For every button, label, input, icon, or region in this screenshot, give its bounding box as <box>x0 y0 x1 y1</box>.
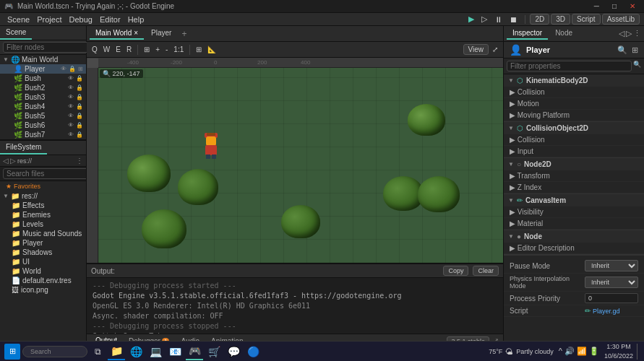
move-tool-btn[interactable]: W <box>101 45 112 54</box>
fs-item-icon[interactable]: 🖼 icon.png <box>0 285 86 295</box>
fs-item-levels[interactable]: 📁 Levels <box>0 219 86 229</box>
taskbar-app-discord[interactable]: 💬 <box>225 343 242 360</box>
taskbar-app-godot[interactable]: 🎮 <box>186 343 203 360</box>
lock-icon-bush6[interactable]: 🔒 <box>76 122 83 129</box>
section-header-canvas[interactable]: ▼ ✏ CanvasItem <box>504 194 644 206</box>
console-copy-btn[interactable]: Copy <box>443 266 468 276</box>
fs-back-btn[interactable]: ◁ <box>3 157 9 165</box>
process-priority-input[interactable] <box>585 293 638 303</box>
eye-icon-bush7[interactable]: 👁 <box>68 131 74 138</box>
mode-3d-btn[interactable]: 3D <box>551 14 570 25</box>
menu-help[interactable]: Help <box>125 14 147 25</box>
inspector-prev-btn[interactable]: ◁ <box>619 29 624 38</box>
eye-icon-bush2[interactable]: 👁 <box>68 84 74 91</box>
task-view-btn[interactable]: ⧉ <box>90 344 106 360</box>
taskbar-app-mail[interactable]: 📧 <box>166 343 184 360</box>
minimize-btn[interactable]: ─ <box>590 2 604 10</box>
eye-icon-bush3[interactable]: 👁 <box>68 94 74 100</box>
lock-icon-bush2[interactable]: 🔒 <box>76 84 83 91</box>
zoom-out-btn[interactable]: - <box>163 45 170 54</box>
lock-icon-bush[interactable]: 🔒 <box>76 75 83 82</box>
taskbar-clock[interactable]: 1:30 PM 10/6/2022 <box>604 342 633 360</box>
lock-icon-bush3[interactable]: 🔒 <box>76 94 83 100</box>
fs-item-default-env[interactable]: 📄 default.env.tres <box>0 276 86 285</box>
toolbar-play-scene[interactable]: ▷ <box>478 14 490 24</box>
show-desktop-btn[interactable] <box>637 344 640 360</box>
menu-scene[interactable]: Scene <box>4 14 33 25</box>
toolbar-pause[interactable]: ⏸ <box>491 15 505 24</box>
viewport-tab-player[interactable]: Player <box>145 27 177 40</box>
taskbar-app-store[interactable]: 🛒 <box>205 343 223 360</box>
zoom-in-btn[interactable]: + <box>153 45 162 54</box>
property-filter-input[interactable] <box>507 61 632 71</box>
fs-options-btn[interactable]: ⋮ <box>76 157 83 165</box>
tree-item-bush3[interactable]: 🌿 Bush3 👁 🔒 <box>0 92 86 102</box>
menu-editor[interactable]: Editor <box>97 14 124 25</box>
script-value[interactable]: ✏ Player.gd <box>585 307 620 315</box>
snap-btn[interactable]: ⊞ <box>142 45 152 54</box>
fs-item-enemies[interactable]: 📁 Enemies <box>0 210 86 219</box>
section-header-node2d[interactable]: ▼ ○ Node2D <box>504 158 644 170</box>
inspector-favorite-btn[interactable]: ⊞ <box>632 45 638 55</box>
taskbar-search[interactable]: Search <box>22 346 87 357</box>
eye-icon-bush6[interactable]: 👁 <box>68 122 74 129</box>
section-header-collision[interactable]: ▼ ⬡ CollisionObject2D <box>504 122 644 134</box>
zoom-reset-btn[interactable]: 1:1 <box>171 45 186 54</box>
section-header-kinematic[interactable]: ▼ ⬡ KinematicBody2D <box>504 74 644 87</box>
lock-icon-bush7[interactable]: 🔒 <box>76 131 83 138</box>
smart-snap-btn[interactable]: 📐 <box>205 45 218 54</box>
maximize-btn[interactable]: □ <box>608 2 621 10</box>
start-button[interactable]: ⊞ <box>4 344 20 360</box>
eye-icon-bush5[interactable]: 👁 <box>68 113 74 119</box>
inspector-options-btn[interactable]: ⋮ <box>633 29 641 38</box>
tree-item-bush4[interactable]: 🌿 Bush4 👁 🔒 <box>0 102 86 111</box>
lock-icon-bush4[interactable]: 🔒 <box>76 103 83 110</box>
select-tool-btn[interactable]: Q <box>90 45 100 54</box>
scale-tool-btn[interactable]: R <box>124 45 134 54</box>
tree-item-player[interactable]: 👤 Player 👁 🔒 ⊞ <box>0 64 86 74</box>
tree-item-bush5[interactable]: 🌿 Bush5 👁 🔒 <box>0 111 86 121</box>
battery-icon[interactable]: 🔋 <box>589 347 599 356</box>
inspector-tab-inspector[interactable]: Inspector <box>507 27 548 40</box>
filesystem-tab[interactable]: FileSystem <box>0 141 47 155</box>
taskbar-app-explorer[interactable]: 📁 <box>108 343 125 360</box>
tree-item-main-world[interactable]: ▼ 🌐 Main World <box>0 55 86 64</box>
tree-item-bush2[interactable]: 🌿 Bush2 👁 🔒 <box>0 83 86 92</box>
fs-item-ui[interactable]: 📁 UI <box>0 257 86 266</box>
lock-icon-bush5[interactable]: 🔒 <box>76 113 83 119</box>
taskbar-app-browser[interactable]: 🌐 <box>127 343 145 360</box>
tree-item-bush[interactable]: 🌿 Bush 👁 🔒 <box>0 74 86 83</box>
toolbar-play[interactable]: ▶ <box>465 14 477 24</box>
menu-project[interactable]: Project <box>34 14 64 25</box>
canvas-area[interactable]: -400 -200 0 200 400 🔍 220, -147 <box>87 58 503 263</box>
lock-icon[interactable]: 🔒 <box>69 66 76 72</box>
rotate-tool-btn[interactable]: E <box>113 45 123 54</box>
tray-chevron[interactable]: ^ <box>559 347 562 356</box>
mode-assetlib-btn[interactable]: AssetLib <box>602 14 640 25</box>
fs-item-res[interactable]: ▼ 📁 res:// <box>0 191 86 201</box>
toolbar-stop[interactable]: ⏹ <box>507 15 520 24</box>
add-viewport-tab-btn[interactable]: + <box>179 29 189 39</box>
eye-icon-bush4[interactable]: 👁 <box>68 103 74 110</box>
console-clear-btn[interactable]: Clear <box>473 266 499 276</box>
inspector-tab-node[interactable]: Node <box>549 27 578 40</box>
fs-item-effects[interactable]: 📁 Effects <box>0 201 86 210</box>
viewport-tab-main-world[interactable]: Main World × <box>90 27 144 40</box>
fs-item-player[interactable]: 📁 Player <box>0 238 86 248</box>
tree-item-bush6[interactable]: 🌿 Bush6 👁 🔒 <box>0 121 86 130</box>
eye-icon-bush[interactable]: 👁 <box>68 75 74 82</box>
taskbar-app-chrome[interactable]: 🔵 <box>244 343 262 360</box>
mode-script-btn[interactable]: Script <box>572 14 601 25</box>
fs-item-music[interactable]: 📁 Music and Sounds <box>0 229 86 238</box>
pause-mode-select[interactable]: Inherit <box>585 260 638 271</box>
eye-icon[interactable]: 👁 <box>61 66 66 72</box>
fs-item-world[interactable]: 📁 World <box>0 266 86 276</box>
grid-btn[interactable]: ⊞ <box>194 45 204 54</box>
tree-item-bush7[interactable]: 🌿 Bush7 👁 🔒 <box>0 130 86 139</box>
fs-item-shadows[interactable]: 📁 Shadows <box>0 248 86 257</box>
expand-viewport-btn[interactable]: ⤢ <box>490 45 500 54</box>
volume-icon[interactable]: 🔊 <box>564 347 575 356</box>
inspector-search-btn[interactable]: 🔍 <box>617 45 627 55</box>
close-btn[interactable]: ✕ <box>625 2 640 10</box>
physics-interp-select[interactable]: Inherit <box>585 277 638 288</box>
